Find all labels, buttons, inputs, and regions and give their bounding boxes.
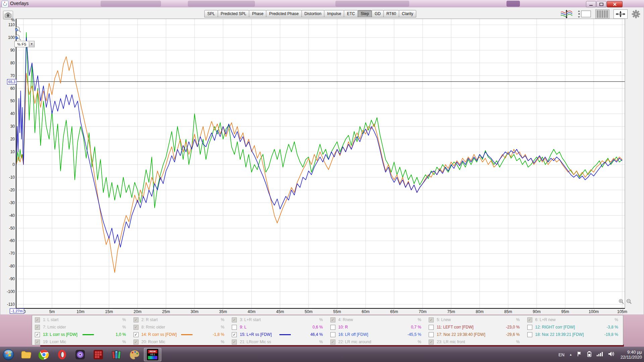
network-signal-icon[interactable] — [596, 351, 603, 358]
legend-label: 8: Rmic older — [142, 325, 165, 329]
legend-label: 2: R start — [142, 317, 158, 322]
svg-text:45m: 45m — [276, 309, 284, 314]
svg-text:-40: -40 — [9, 213, 15, 218]
legend-checkbox-14[interactable]: ✓ — [133, 332, 139, 337]
legend-checkbox-16[interactable] — [330, 332, 335, 337]
volume-icon[interactable] — [608, 351, 614, 358]
taskbar-app-windows-explorer[interactable] — [17, 348, 35, 361]
dropdown-arrow-icon[interactable]: ▼ — [29, 42, 34, 47]
legend-value: 0,6 % — [313, 325, 323, 329]
legend-checkbox-4[interactable]: ✓ — [330, 317, 335, 322]
legend-label: 3: L+R start — [240, 317, 261, 322]
svg-text:60: 60 — [10, 86, 15, 91]
legend-checkbox-20[interactable]: ✓ — [133, 340, 139, 345]
legend-checkbox-6[interactable]: ✓ — [527, 317, 532, 322]
legend-checkbox-8[interactable]: ✓ — [133, 325, 139, 330]
legend-item-10: 10: R0,7 % — [328, 323, 426, 331]
legend-checkbox-5[interactable]: ✓ — [429, 317, 434, 322]
taskbar-app-red-grid-app[interactable] — [90, 348, 107, 361]
svg-text:25m: 25m — [162, 309, 170, 314]
legend-value: -19,8 % — [604, 332, 618, 337]
action-center-flag-icon[interactable] — [577, 351, 582, 358]
legend-checkbox-9[interactable] — [232, 325, 237, 330]
background-window-tab — [101, 1, 161, 7]
svg-text:65m: 65m — [390, 309, 398, 314]
svg-text:-90: -90 — [9, 277, 15, 281]
legend-trace-swatch — [181, 334, 193, 335]
svg-text:-10: -10 — [9, 175, 15, 180]
legend-checkbox-10[interactable] — [330, 325, 335, 330]
legend-checkbox-22[interactable]: ✓ — [330, 340, 335, 345]
legend-checkbox-11[interactable] — [429, 325, 434, 330]
start-button[interactable] — [0, 347, 17, 362]
battery-icon[interactable] — [587, 351, 592, 358]
svg-text:75m: 75m — [447, 309, 455, 314]
taskbar-app-winrar[interactable] — [108, 348, 125, 361]
legend-checkbox-2[interactable]: ✓ — [133, 317, 139, 322]
legend-checkbox-1[interactable]: ✓ — [35, 317, 40, 322]
legend-checkbox-19[interactable]: ✓ — [35, 340, 40, 345]
svg-text:30: 30 — [10, 124, 15, 129]
legend-value: 1,0 % — [116, 332, 126, 337]
horizontal-zoom-out-button[interactable] — [626, 299, 633, 304]
svg-text:90m: 90m — [533, 309, 540, 314]
legend-value: % — [221, 325, 224, 329]
svg-text:15m: 15m — [105, 309, 113, 314]
legend-item-16: 16: LR off [FDW]-45,5 % — [328, 331, 426, 338]
show-hidden-icons-button[interactable]: ▲ — [569, 353, 572, 356]
legend-item-8: ✓8: Rmic older% — [131, 323, 229, 331]
taskbar-app-chrome[interactable] — [35, 348, 53, 361]
legend-value: % — [516, 317, 520, 322]
legend-checkbox-17[interactable] — [429, 332, 434, 337]
background-window-tab — [335, 1, 409, 7]
legend-checkbox-13[interactable]: ✓ — [35, 332, 40, 337]
legend-item-19: ✓19: Lcorr Mic% — [32, 338, 131, 346]
legend-checkbox-21[interactable]: ✓ — [232, 340, 237, 345]
legend-label: 9: L — [240, 325, 247, 329]
vertical-zoom-out-button[interactable] — [14, 34, 22, 42]
opera-icon — [57, 349, 67, 360]
window-title: Overlays — [10, 1, 29, 6]
close-button[interactable] — [607, 1, 623, 7]
legend-value: -29,6 % — [506, 332, 520, 337]
taskbar-app-paint[interactable] — [126, 348, 143, 361]
language-indicator[interactable]: EN — [558, 352, 565, 357]
legend-value: % — [122, 325, 126, 329]
vertical-zoom-in-button[interactable] — [14, 26, 22, 34]
svg-text:-20: -20 — [9, 188, 15, 192]
legend-checkbox-15[interactable]: ✓ — [232, 332, 237, 337]
legend-checkbox-3[interactable]: ✓ — [232, 317, 237, 322]
legend-label: 16: LR off [FDW] — [338, 332, 368, 337]
legend-item-7: ✓7: Lmic older% — [32, 323, 131, 331]
svg-text:-80: -80 — [9, 264, 15, 268]
legend-checkbox-12[interactable] — [527, 325, 532, 330]
legend-checkbox-18[interactable] — [527, 332, 532, 337]
svg-text:-70: -70 — [9, 251, 15, 256]
maximize-button[interactable] — [596, 1, 606, 7]
horizontal-zoom-in-button[interactable] — [619, 299, 625, 304]
legend-item-3: ✓3: L+R start% — [229, 316, 328, 323]
legend-value: % — [516, 340, 520, 344]
legend-label: 13: L corr ss [FDW] — [43, 332, 77, 337]
svg-text:-30: -30 — [9, 200, 15, 205]
clock-time: 9:40 μμ — [621, 350, 642, 355]
legend-item-22: ✓22: LR mic around% — [328, 338, 426, 346]
legend-value: % — [418, 317, 421, 322]
step-chart[interactable]: %-110-100-90-80-70-60-50-40-30-20-100102… — [0, 7, 644, 314]
legend-label: 1: L start — [43, 317, 58, 322]
svg-text:40m: 40m — [248, 309, 255, 314]
taskbar: REWV5.1 EN ▲ 9:40 μμ 22/11/2020 — [0, 347, 644, 362]
taskbar-app-purple-media-app[interactable] — [71, 348, 89, 361]
legend-value: -3,8 % — [606, 325, 618, 329]
svg-text:20: 20 — [10, 137, 15, 141]
legend-checkbox-7[interactable]: ✓ — [35, 325, 40, 330]
taskbar-app-rew[interactable]: REWV5.1 — [144, 348, 161, 361]
minimize-button[interactable] — [586, 1, 596, 7]
y-axis-unit-dropdown[interactable]: % FS ▼ — [14, 41, 35, 47]
legend-checkbox-23[interactable]: ✓ — [429, 340, 434, 345]
svg-text:50m: 50m — [305, 309, 312, 314]
taskbar-app-opera[interactable] — [53, 348, 71, 361]
rew-app-icon: REWV5.1 — [147, 349, 158, 360]
clock[interactable]: 9:40 μμ 22/11/2020 — [621, 350, 642, 360]
svg-text:-110: -110 — [7, 302, 15, 307]
